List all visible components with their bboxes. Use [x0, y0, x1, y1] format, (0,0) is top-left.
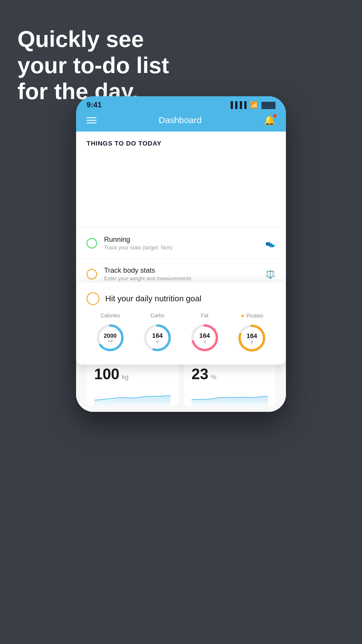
status-time: 9:41 — [87, 100, 102, 109]
todo-item-running[interactable]: Running Track your stats (target: 5km) 👟 — [76, 228, 286, 259]
carbs-unit: g — [152, 339, 163, 343]
nutrition-card-title: Hit your daily nutrition goal — [105, 294, 201, 303]
todo-title-body-stats: Track body stats — [104, 266, 258, 274]
calories-value: 2000 — [104, 332, 117, 339]
signal-icon: ▐▐▐▐ — [229, 101, 247, 109]
progress-fat-value: 23 % — [191, 365, 268, 383]
nav-bar: Dashboard 🔔 — [76, 112, 286, 132]
carbs-value: 164 — [152, 332, 163, 339]
nutrition-check-circle — [87, 292, 99, 305]
app-content: THINGS TO DO TODAY Running Track your st… — [76, 132, 286, 412]
nutrition-card-spacer — [76, 151, 286, 227]
calories-donut: 2000 cal — [94, 322, 126, 354]
todo-subtitle-body-stats: Enter your weight and measurements — [104, 276, 258, 282]
protein-donut: 164 g — [236, 322, 268, 354]
todo-circle-body-stats — [87, 269, 97, 279]
weight-number: 100 — [94, 365, 120, 383]
protein-value: 164 — [247, 332, 257, 340]
things-section-title: THINGS TO DO TODAY — [87, 140, 275, 147]
nav-title: Dashboard — [159, 115, 202, 125]
star-icon: ★ — [240, 313, 245, 319]
fat-label: Fat — [201, 313, 208, 319]
stat-protein: ★ Protein 164 g — [236, 313, 268, 354]
fat-donut: 164 g — [189, 322, 221, 354]
nutrition-card[interactable]: Hit your daily nutrition goal Calories 2… — [76, 282, 286, 365]
progress-weight-value: 100 kg — [94, 365, 171, 383]
fat-donut-value: 164 — [199, 332, 210, 339]
scale-icon: ⚖️ — [265, 269, 275, 279]
hamburger-menu-icon[interactable] — [87, 117, 96, 123]
calories-unit: cal — [104, 339, 117, 343]
running-icon: 👟 — [265, 238, 275, 248]
page-headline: Quickly see your to-do list for the day. — [17, 26, 169, 105]
todo-text-running: Running Track your stats (target: 5km) — [104, 235, 258, 251]
todo-text-body-stats: Track body stats Enter your weight and m… — [104, 266, 258, 282]
protein-label: ★ Protein — [240, 313, 263, 319]
notification-bell-wrapper[interactable]: 🔔 — [264, 115, 275, 126]
stat-carbs: Carbs 164 g — [141, 313, 173, 354]
todo-circle-running — [87, 238, 97, 249]
protein-unit: g — [247, 340, 257, 344]
fat-number: 23 — [191, 365, 208, 383]
carbs-label: Carbs — [150, 313, 164, 319]
nutrition-card-header: Hit your daily nutrition goal — [87, 292, 275, 305]
notification-dot — [273, 114, 277, 118]
todo-title-running: Running — [104, 235, 258, 244]
fat-chart — [191, 388, 268, 406]
fat-donut-unit: g — [199, 339, 210, 343]
weight-chart — [94, 388, 171, 406]
status-icons: ▐▐▐▐ 📶 ▓▓▓ — [229, 101, 275, 109]
nutrition-stats: Calories 2000 cal Carbs — [87, 313, 275, 354]
status-bar: 9:41 ▐▐▐▐ 📶 ▓▓▓ — [76, 96, 286, 112]
fat-unit: % — [211, 373, 217, 381]
calories-label: Calories — [101, 313, 120, 319]
wifi-icon: 📶 — [250, 101, 258, 109]
battery-icon: ▓▓▓ — [261, 101, 275, 109]
stat-calories: Calories 2000 cal — [94, 313, 126, 354]
stat-fat: Fat 164 g — [189, 313, 221, 354]
todo-subtitle-running: Track your stats (target: 5km) — [104, 245, 258, 251]
weight-unit: kg — [122, 373, 129, 381]
carbs-donut: 164 g — [141, 322, 173, 354]
things-section-header: THINGS TO DO TODAY — [76, 132, 286, 151]
